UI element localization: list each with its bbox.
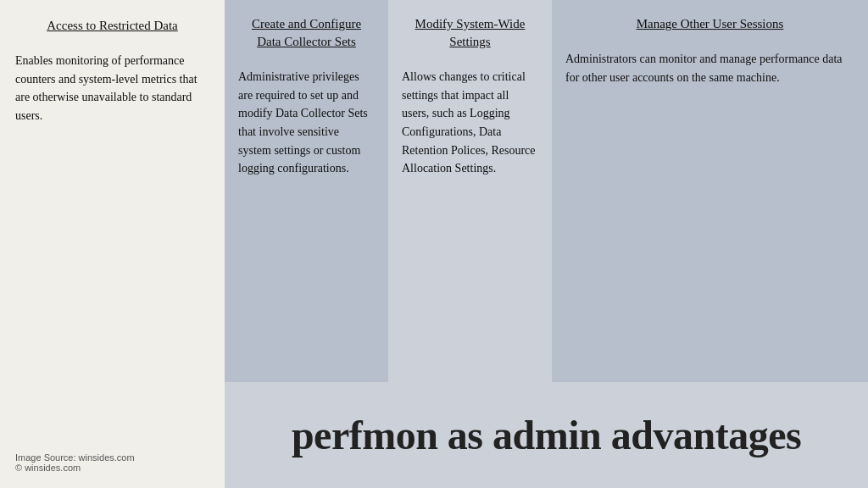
- col2-heading: Create and Configure Data Collector Sets: [238, 15, 375, 51]
- col3-heading: Modify System-Wide Settings: [402, 15, 538, 51]
- col2-body: Administrative privileges are required t…: [238, 68, 375, 178]
- bottom-tagline: perfmon as admin advantages: [292, 412, 801, 458]
- bottom-banner: perfmon as admin advantages: [225, 382, 868, 488]
- footer-line2: © winsides.com: [15, 463, 135, 473]
- page-container: Access to Restricted Data Enables monito…: [0, 0, 868, 488]
- footer-attribution: Image Source: winsides.com © winsides.co…: [15, 452, 135, 473]
- col4-body: Administrators can monitor and manage pe…: [565, 50, 854, 86]
- col1-body: Enables monitoring of performance counte…: [15, 52, 209, 125]
- footer-line1: Image Source: winsides.com: [15, 452, 135, 463]
- column-access: Access to Restricted Data Enables monito…: [0, 0, 225, 488]
- col1-heading: Access to Restricted Data: [15, 17, 209, 35]
- col3-body: Allows changes to critical settings that…: [402, 68, 538, 178]
- col4-heading: Manage Other User Sessions: [565, 15, 854, 33]
